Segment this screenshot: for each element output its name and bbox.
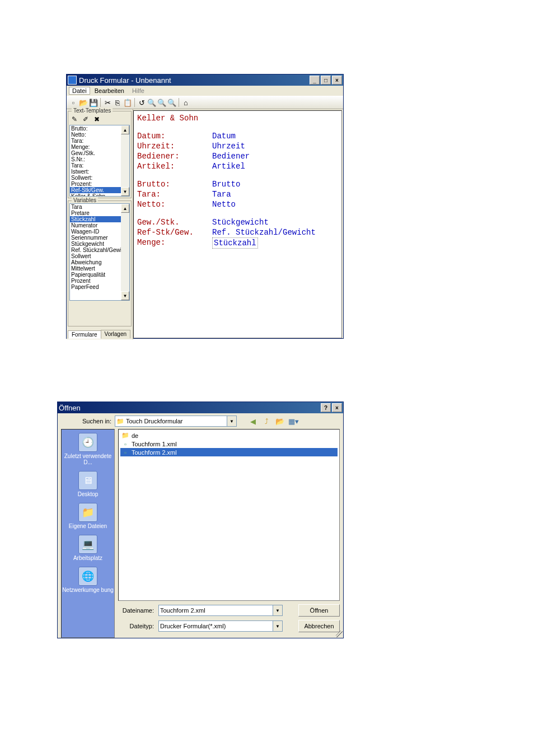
app-icon [68, 76, 77, 85]
lookin-label: Suchen in: [80, 418, 111, 424]
template-add-icon[interactable]: ✎ [69, 115, 79, 124]
menubar: Datei Bearbeiten Hilfe [67, 86, 343, 96]
scroll-down-icon[interactable]: ▼ [121, 291, 129, 300]
cancel-button[interactable]: Abbrechen [298, 620, 340, 632]
close-button[interactable]: × [332, 76, 342, 85]
places-bar: 🕘Zuletzt verwendete D...🖥Desktop📁Eigene … [61, 429, 115, 638]
filetype-label: Dateityp: [115, 623, 154, 629]
views-icon[interactable]: ▦▾ [288, 416, 298, 426]
side-tabs: Formulare Vorlagen [68, 330, 132, 338]
back-icon[interactable]: ◀ [248, 416, 258, 426]
cut-icon[interactable]: ✂ [103, 98, 112, 107]
menu-hilfe[interactable]: Hilfe [129, 87, 148, 95]
place-icon: 📁 [78, 503, 97, 522]
dialog-title: Öffnen [59, 404, 81, 412]
preview-header: Keller & Sohn [137, 113, 210, 123]
folder-icon: 📁 [121, 432, 129, 439]
lookin-combo[interactable]: 📁 Touch Druckformular ▼ [115, 416, 237, 427]
file-list[interactable]: 📁de▫Touchform 1.xml▫Touchform 2.xml [118, 429, 340, 601]
variables-label: Variables [72, 197, 98, 203]
templates-listbox[interactable]: Brutto:Netto:Tara:Menge:Gew./Stk.S.Nr.:T… [69, 125, 130, 197]
scroll-down-icon[interactable]: ▼ [121, 187, 129, 196]
filetype-combo[interactable]: Drucker Formular(*.xml) ▼ [158, 620, 283, 632]
lookin-value: Touch Druckformular [126, 418, 182, 424]
variables-scrollbar[interactable]: ▲ ▼ [121, 204, 129, 300]
places-item[interactable]: 🌐Netzwerkumge bung [62, 567, 114, 593]
file-name: de [132, 432, 138, 439]
preview-value: Datum [212, 131, 236, 141]
form-preview[interactable]: Keller & Sohn Datum:DatumUhrzeit:Uhrzeit… [133, 110, 342, 338]
preview-value: Netto [212, 199, 236, 209]
preview-value-selected[interactable]: Stückzahl [212, 237, 258, 249]
open-dialog-window: Öffnen ? × Suchen in: 📁 Touch Druckformu… [57, 402, 344, 638]
preview-label: Bediener: [137, 151, 212, 161]
help-button[interactable]: ? [321, 403, 331, 412]
tab-vorlagen[interactable]: Vorlagen [101, 330, 130, 338]
open-button[interactable]: Öffnen [298, 604, 340, 617]
preview-value: Bediener [212, 151, 250, 161]
places-item[interactable]: 💻Arbeitsplatz [73, 535, 102, 561]
place-icon: 💻 [78, 535, 97, 554]
file-name: Touchform 2.xml [132, 449, 177, 456]
chevron-down-icon[interactable]: ▼ [273, 621, 282, 631]
variables-group: Variables TaraPretareStückzahlNumeratorW… [68, 200, 132, 326]
save-icon[interactable]: 💾 [89, 98, 98, 107]
place-label: Arbeitsplatz [73, 555, 102, 561]
preview-label: Netto: [137, 199, 212, 209]
places-item[interactable]: 📁Eigene Dateien [69, 503, 107, 529]
print-formular-window: Druck Formular - Unbenannt _ □ × Datei B… [66, 74, 344, 339]
preview-label: Ref-Stk/Gew. [137, 227, 212, 237]
place-icon: 🕘 [78, 433, 97, 452]
scroll-up-icon[interactable]: ▲ [121, 204, 129, 213]
file-icon: ▫ [121, 441, 129, 447]
variables-listbox[interactable]: TaraPretareStückzahlNumeratorWaagen-IDSe… [69, 203, 130, 301]
file-item[interactable]: ▫Touchform 2.xml [120, 448, 338, 456]
close-button[interactable]: × [332, 403, 342, 412]
place-label: Zuletzt verwendete D... [62, 453, 114, 465]
new-icon[interactable]: ▫ [69, 98, 78, 107]
up-icon[interactable]: ⤴ [261, 416, 271, 426]
filename-value: Touchform 2.xml [160, 607, 205, 614]
file-item[interactable]: ▫Touchform 1.xml [120, 440, 338, 448]
menu-bearbeiten[interactable]: Bearbeiten [91, 87, 128, 95]
places-item[interactable]: 🖥Desktop [78, 471, 99, 497]
zoom-out-icon[interactable]: 🔍 [157, 98, 166, 107]
minimize-button[interactable]: _ [310, 76, 320, 85]
zoom-in-icon[interactable]: 🔍 [147, 98, 156, 107]
side-panel: Text-Templates ✎ ✐ ✖ Brutto:Netto:Tara:M… [67, 109, 133, 339]
paste-icon[interactable]: 📋 [123, 98, 132, 107]
home-icon[interactable]: ⌂ [181, 98, 190, 107]
filename-field[interactable]: Touchform 2.xml ▼ [158, 605, 283, 616]
preview-label: Menge: [137, 237, 212, 249]
text-templates-label: Text-Templates [72, 108, 113, 114]
chevron-down-icon[interactable]: ▼ [227, 416, 236, 426]
place-label: Eigene Dateien [69, 523, 107, 529]
places-item[interactable]: 🕘Zuletzt verwendete D... [62, 433, 114, 465]
scroll-up-icon[interactable]: ▲ [121, 125, 129, 134]
titlebar[interactable]: Druck Formular - Unbenannt _ □ × [67, 74, 343, 86]
new-folder-icon[interactable]: 📂 [275, 416, 285, 426]
tab-formulare[interactable]: Formulare [68, 330, 101, 339]
maximize-button[interactable]: □ [321, 76, 331, 85]
open-icon[interactable]: 📂 [79, 98, 88, 107]
place-label: Netzwerkumge bung [62, 587, 114, 593]
place-icon: 🖥 [78, 471, 97, 490]
copy-icon[interactable]: ⎘ [113, 98, 122, 107]
resize-grip[interactable] [336, 631, 343, 637]
template-edit-icon[interactable]: ✐ [81, 115, 91, 124]
file-item[interactable]: 📁de [120, 431, 338, 440]
chevron-down-icon[interactable]: ▼ [273, 605, 282, 615]
place-label: Desktop [78, 491, 99, 497]
window-title: Druck Formular - Unbenannt [79, 76, 171, 85]
file-icon: ▫ [121, 449, 129, 456]
refresh-icon[interactable]: ↺ [137, 98, 146, 107]
menu-datei[interactable]: Datei [69, 87, 90, 95]
preview-label: Uhrzeit: [137, 141, 212, 151]
preview-label: Datum: [137, 131, 212, 141]
titlebar[interactable]: Öffnen ? × [58, 402, 343, 413]
zoom-fit-icon[interactable]: 🔍 [167, 98, 176, 107]
folder-icon: 📁 [116, 418, 124, 425]
preview-label: Artikel: [137, 161, 212, 171]
templates-scrollbar[interactable]: ▲ ▼ [121, 125, 129, 196]
template-delete-icon[interactable]: ✖ [92, 115, 102, 124]
